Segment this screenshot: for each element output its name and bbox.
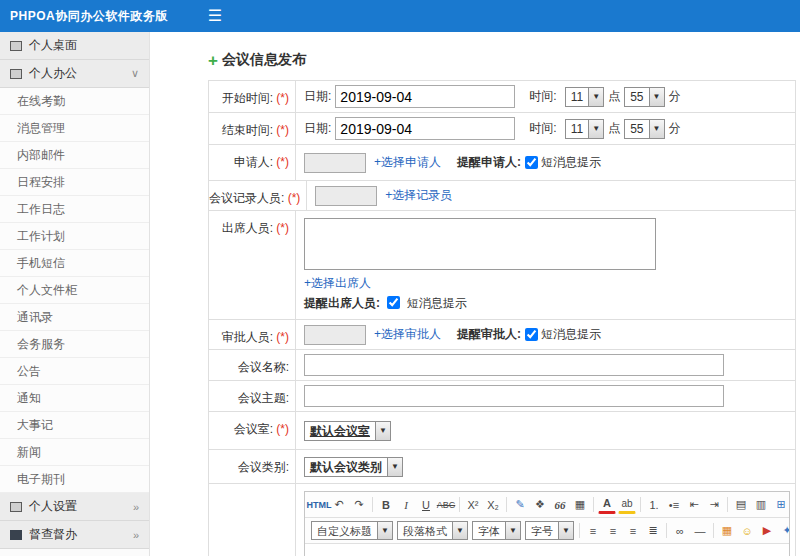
link-icon[interactable]: ∞ [671,521,689,540]
sidebar-item-ejournal[interactable]: 电子期刊 [0,466,149,493]
edit-pencil-icon[interactable]: ✎ [511,495,529,514]
start-minute-select[interactable]: 55▼ [624,87,664,107]
editor-content-area[interactable] [305,544,789,556]
date-label: 日期: [304,120,331,137]
sidebar-item-notice[interactable]: 通知 [0,385,149,412]
sidebar-item-work-plan[interactable]: 工作计划 [0,223,149,250]
align-center-icon[interactable]: ≡ [604,521,622,540]
approver-sms-checkbox[interactable] [525,328,538,341]
applicant-input[interactable] [304,153,366,173]
chevron-down-icon: ∨ [131,67,139,80]
blockquote-icon[interactable]: 66 [551,495,569,514]
strikethrough-icon[interactable]: ABC [437,495,455,514]
align-left-icon[interactable]: ≡ [584,521,602,540]
sidebar-section-desktop[interactable]: 个人桌面 [0,32,149,60]
sidebar-item-internal-mail[interactable]: 内部邮件 [0,142,149,169]
applicant-sms-checkbox[interactable] [525,156,538,169]
sidebar-section-supervise[interactable]: 督查督办 » [0,521,149,549]
sidebar-section-settings[interactable]: 个人设置 » [0,493,149,521]
toolbar-separator [666,523,667,538]
sidebar-item-events[interactable]: 大事记 [0,412,149,439]
subscript-icon[interactable]: X₂ [484,495,502,514]
fullscreen-icon[interactable]: ⊞ [772,495,789,514]
flash-icon[interactable]: ✦ [778,521,789,540]
italic-icon[interactable]: I [397,495,415,514]
meeting-category-select[interactable]: 默认会议类别▼ [304,457,403,477]
start-date-input[interactable] [335,85,515,108]
toolbar-separator [579,523,580,538]
meeting-subject-input[interactable] [304,385,724,407]
minute-suffix: 分 [669,88,681,105]
hour-suffix: 点 [608,120,620,137]
font-family-select[interactable]: 字体▼ [472,521,521,540]
attendees-textarea[interactable] [304,218,656,270]
page-break-icon[interactable]: ▤ [732,495,750,514]
image-icon[interactable]: ▦ [718,521,736,540]
hamburger-menu-icon[interactable]: ☰ [208,8,222,24]
align-justify-icon[interactable]: ≣ [644,521,662,540]
paragraph-format-select[interactable]: 段落格式▼ [397,521,468,540]
superscript-icon[interactable]: X² [464,495,482,514]
unlink-icon[interactable]: — [691,521,709,540]
form-row-applicant: 申请人: (*) +选择申请人 提醒申请人: 短消息提示 [209,145,795,181]
choose-applicant-link[interactable]: +选择申请人 [374,154,441,171]
approver-input[interactable] [304,325,366,345]
font-color-icon[interactable]: A [598,495,616,514]
form-row-end-time: 结束时间: (*) 日期: 时间: 11▼ 点 55▼ 分 [209,113,795,145]
underline-icon[interactable]: U [417,495,435,514]
meeting-room-select[interactable]: 默认会议室▼ [304,421,391,441]
meeting-name-label: 会议名称: [238,360,289,374]
chevron-right-icon: » [133,529,139,541]
sidebar-item-news[interactable]: 新闻 [0,439,149,466]
indent-icon[interactable]: ⇥ [705,495,723,514]
sidebar-item-announcement[interactable]: 公告 [0,358,149,385]
meeting-room-label: 会议室: [234,422,273,436]
highlight-color-icon[interactable]: ab [618,495,636,514]
select-arrow-icon: ▼ [588,120,603,138]
format-painter-icon[interactable]: ❖ [531,495,549,514]
sidebar-item-file-cabinet[interactable]: 个人文件柜 [0,277,149,304]
start-hour-select[interactable]: 11▼ [565,87,604,107]
meeting-form: 开始时间: (*) 日期: 时间: 11▼ 点 55▼ 分 结束时间: (*) … [208,80,796,556]
choose-recorder-link[interactable]: +选择记录员 [385,187,452,204]
sidebar-item-messages[interactable]: 消息管理 [0,115,149,142]
choose-approver-link[interactable]: +选择审批人 [374,326,441,343]
font-size-select[interactable]: 字号▼ [525,521,574,540]
topbar: PHPOA协同办公软件政务版 ☰ [0,0,800,32]
sms-hint-label: 短消息提示 [541,326,601,343]
app-title: PHPOA协同办公软件政务版 [0,8,168,25]
sidebar-item-schedule[interactable]: 日程安排 [0,169,149,196]
sidebar-item-meeting-service[interactable]: 会务服务 [0,331,149,358]
outdent-icon[interactable]: ⇤ [685,495,703,514]
form-row-meeting-name: 会议名称: [209,350,795,381]
emoticon-icon[interactable]: ☺ [738,521,756,540]
sidebar-item-work-log[interactable]: 工作日志 [0,196,149,223]
preview-icon[interactable]: ▥ [752,495,770,514]
sidebar-section-office[interactable]: 个人办公 ∨ [0,60,149,88]
hour-suffix: 点 [608,88,620,105]
sidebar-section-label: 个人桌面 [29,37,77,54]
custom-title-select[interactable]: 自定义标题▼ [311,521,393,540]
ordered-list-icon[interactable]: 1. [645,495,663,514]
html-source-button[interactable]: HTML [310,495,328,514]
meeting-name-input[interactable] [304,354,724,376]
recorder-input[interactable] [315,186,377,206]
media-icon[interactable]: ▶ [758,521,776,540]
calendar-icon[interactable]: ▦ [571,495,589,514]
sidebar-item-contacts[interactable]: 通讯录 [0,304,149,331]
bold-icon[interactable]: B [377,495,395,514]
sidebar-item-attendance[interactable]: 在线考勤 [0,88,149,115]
end-date-input[interactable] [335,117,515,140]
sidebar: 个人桌面 个人办公 ∨ 在线考勤 消息管理 内部邮件 日程安排 工作日志 工作计… [0,32,150,556]
align-right-icon[interactable]: ≡ [624,521,642,540]
end-minute-select[interactable]: 55▼ [624,119,664,139]
select-arrow-icon: ▼ [377,522,392,539]
choose-attendees-link[interactable]: +选择出席人 [304,275,371,292]
select-arrow-icon: ▼ [452,522,467,539]
end-hour-select[interactable]: 11▼ [565,119,604,139]
undo-icon[interactable]: ↶ [330,495,348,514]
unordered-list-icon[interactable]: •≡ [665,495,683,514]
attendees-sms-checkbox[interactable] [387,296,400,309]
redo-icon[interactable]: ↷ [350,495,368,514]
sidebar-item-sms[interactable]: 手机短信 [0,250,149,277]
